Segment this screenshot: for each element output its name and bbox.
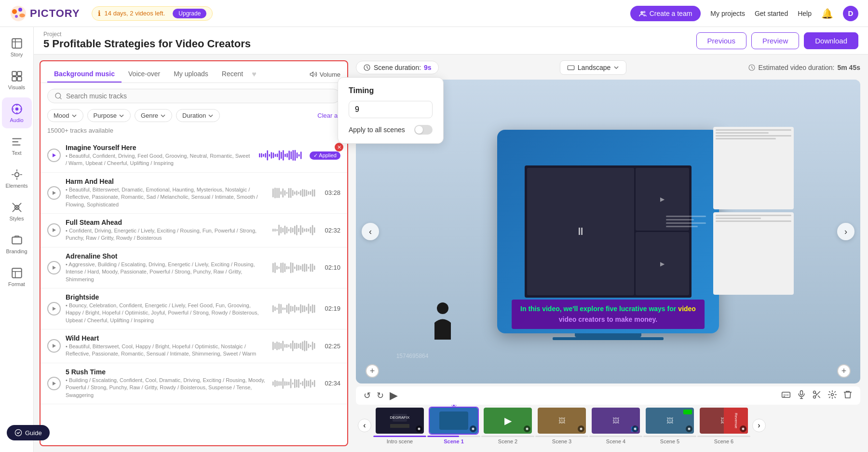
scene-settings-icon[interactable] bbox=[470, 425, 476, 432]
scene-thumb[interactable]: 🖼 Scene 5 bbox=[643, 407, 696, 444]
svg-rect-125 bbox=[298, 307, 299, 310]
svg-rect-44 bbox=[274, 188, 276, 198]
track-play-button[interactable] bbox=[47, 302, 61, 315]
guide-button[interactable]: Guide bbox=[7, 425, 50, 440]
scene-thumb[interactable]: 🖼 👥 Scene 4 bbox=[589, 407, 642, 444]
clock-icon bbox=[363, 64, 371, 71]
settings-button[interactable] bbox=[827, 390, 837, 402]
add-left-button[interactable]: + bbox=[366, 364, 379, 378]
track-play-button[interactable] bbox=[47, 186, 61, 200]
landscape-selector[interactable]: Landscape bbox=[560, 60, 627, 75]
scene-settings-icon[interactable] bbox=[416, 425, 422, 432]
prev-scene-arrow[interactable]: ‹ bbox=[362, 223, 379, 240]
download-button[interactable]: Download bbox=[804, 32, 858, 49]
scene-duration-value[interactable]: 9s bbox=[424, 64, 432, 71]
svg-rect-37 bbox=[292, 150, 294, 161]
notification-icon[interactable]: 🔔 bbox=[821, 8, 833, 19]
svg-rect-70 bbox=[280, 227, 282, 234]
svg-rect-135 bbox=[272, 342, 274, 351]
scene-thumb[interactable]: 🖼 Revenue Scene 6 bbox=[697, 407, 750, 444]
sidebar-item-format[interactable]: Format bbox=[2, 261, 32, 292]
track-play-button[interactable] bbox=[47, 149, 61, 162]
scene-thumb[interactable]: 👁 Scene 1 bbox=[427, 407, 480, 444]
caption-button[interactable] bbox=[781, 390, 791, 402]
tab-voice-over[interactable]: Voice-over bbox=[122, 66, 167, 82]
duration-filter[interactable]: Duration bbox=[176, 109, 220, 122]
svg-rect-162 bbox=[280, 382, 282, 386]
track-play-button[interactable] bbox=[47, 377, 61, 390]
svg-rect-178 bbox=[312, 382, 313, 385]
sidebar-item-branding[interactable]: Branding bbox=[2, 229, 32, 260]
volume-button[interactable]: Volume bbox=[310, 70, 340, 78]
scissors-icon bbox=[812, 390, 822, 399]
preview-button[interactable]: Preview bbox=[751, 32, 799, 49]
redo-button[interactable]: ↻ bbox=[377, 390, 384, 401]
svg-rect-112 bbox=[272, 305, 274, 313]
sidebar-item-text[interactable]: Text bbox=[2, 130, 32, 161]
scene-thumb[interactable]: DEGRAFIX Intro scene bbox=[373, 407, 426, 444]
mic-button[interactable] bbox=[797, 390, 806, 402]
scene-progress-fill bbox=[373, 436, 426, 437]
track-play-button[interactable] bbox=[47, 339, 61, 353]
watermark: 1574695864 bbox=[396, 353, 429, 359]
mood-filter[interactable]: Mood bbox=[47, 109, 83, 122]
sidebar-item-styles[interactable]: Styles bbox=[2, 196, 32, 227]
genre-filter[interactable]: Genre bbox=[135, 109, 172, 122]
sidebar-item-visuals[interactable]: Visuals bbox=[2, 65, 32, 96]
track-play-button[interactable] bbox=[47, 261, 61, 274]
tab-my-uploads[interactable]: My uploads bbox=[167, 66, 215, 82]
sidebar-item-elements[interactable]: Elements bbox=[2, 163, 32, 194]
svg-rect-117 bbox=[282, 307, 284, 310]
upgrade-button[interactable]: Upgrade bbox=[173, 9, 206, 18]
undo-button[interactable]: ↺ bbox=[364, 390, 371, 401]
timeline-next[interactable]: › bbox=[752, 419, 766, 432]
create-team-button[interactable]: Create a team bbox=[630, 6, 701, 21]
sidebar-elements-label: Elements bbox=[6, 183, 28, 189]
scene-thumb-img: ▶ bbox=[483, 407, 533, 435]
scene-thumb[interactable]: 🖼 Scene 3 bbox=[535, 407, 588, 444]
sidebar-item-story[interactable]: Story bbox=[2, 32, 32, 63]
scene-settings-icon[interactable] bbox=[686, 425, 692, 432]
svg-marker-65 bbox=[53, 228, 56, 232]
avatar[interactable]: D bbox=[843, 6, 858, 21]
scene-settings-icon[interactable] bbox=[578, 425, 584, 432]
track-name: Brightside bbox=[66, 293, 265, 301]
scene-settings-icon[interactable] bbox=[740, 425, 746, 432]
scene-settings-icon[interactable] bbox=[524, 425, 530, 432]
estimated-value: 5m 45s bbox=[838, 64, 860, 71]
get-started-link[interactable]: Get started bbox=[755, 10, 788, 17]
svg-point-189 bbox=[418, 428, 420, 430]
svg-point-2 bbox=[18, 8, 22, 12]
timing-input[interactable] bbox=[349, 101, 433, 118]
favorites-icon[interactable]: ♥ bbox=[252, 70, 257, 79]
tab-background-music[interactable]: Background music bbox=[47, 66, 122, 82]
delete-button[interactable] bbox=[843, 390, 853, 402]
apply-all-label: Apply to all scenes bbox=[349, 126, 405, 134]
search-input[interactable] bbox=[66, 92, 333, 100]
svg-rect-77 bbox=[294, 226, 296, 234]
scene-progress bbox=[373, 436, 426, 437]
play-button[interactable]: ▶ bbox=[390, 389, 398, 402]
scene-thumb[interactable]: ▶ Scene 2 bbox=[481, 407, 534, 444]
add-right-button[interactable]: + bbox=[837, 364, 851, 378]
help-link[interactable]: Help bbox=[798, 10, 812, 17]
timeline-prev[interactable]: ‹ bbox=[358, 419, 371, 432]
tab-recent[interactable]: Recent bbox=[215, 66, 250, 82]
trash-icon bbox=[843, 390, 853, 399]
track-remove-button[interactable]: ✕ bbox=[335, 143, 343, 151]
elements-icon bbox=[11, 168, 23, 181]
logo[interactable]: PICTORY bbox=[10, 5, 80, 22]
clear-all-button[interactable]: Clear all bbox=[317, 112, 340, 119]
previous-button[interactable]: Previous bbox=[696, 32, 746, 49]
sidebar-item-audio[interactable]: Audio bbox=[2, 97, 32, 128]
gear-icon bbox=[827, 390, 837, 399]
purpose-filter[interactable]: Purpose bbox=[87, 109, 131, 122]
svg-rect-173 bbox=[302, 381, 303, 386]
scene-settings-icon[interactable] bbox=[632, 425, 638, 432]
next-scene-arrow[interactable]: › bbox=[837, 223, 854, 240]
apply-all-toggle[interactable] bbox=[414, 125, 433, 135]
svg-point-191 bbox=[526, 428, 529, 430]
scissors-button[interactable] bbox=[812, 390, 822, 402]
track-play-button[interactable] bbox=[47, 223, 61, 237]
my-projects-link[interactable]: My projects bbox=[710, 10, 745, 17]
